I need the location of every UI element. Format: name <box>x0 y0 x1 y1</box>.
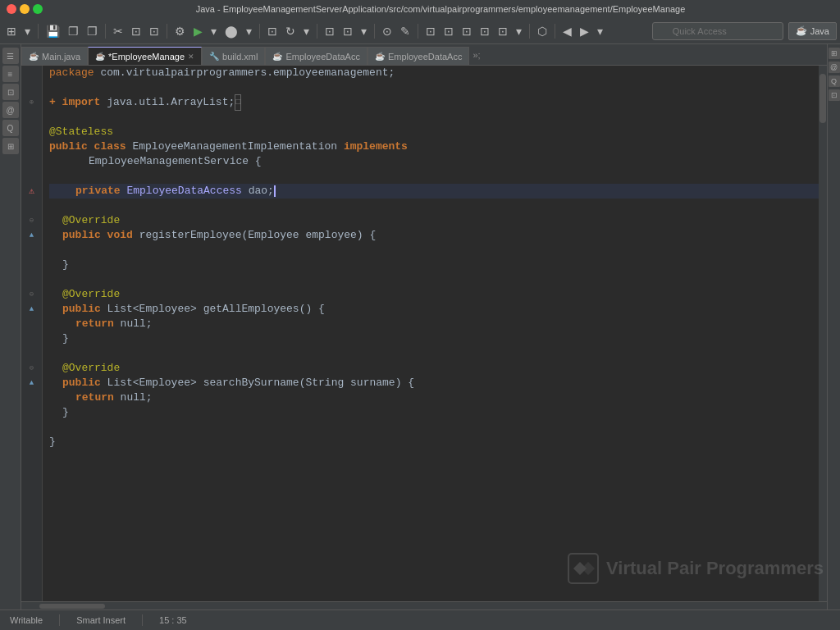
toolbar-btn-3[interactable]: ❐ <box>65 21 82 41</box>
gutter-row-22: ▲ <box>21 376 43 390</box>
tab-dataacc1[interactable]: ☕ EmployeeDataAcc <box>265 47 368 65</box>
toolbar-btn-27[interactable]: ▾ <box>594 21 606 41</box>
tab-employee-close[interactable]: ✕ <box>188 52 194 61</box>
tab-employee[interactable]: ☕ *EmployeeManage ✕ <box>88 47 202 65</box>
quick-access-input[interactable] <box>652 22 783 40</box>
perspective-label: Java <box>810 26 829 36</box>
toolbar-btn-24[interactable]: ⊡ <box>495 21 511 41</box>
fold-icon-1[interactable]: ⊖ <box>30 213 34 228</box>
vertical-scrollbar[interactable] <box>819 66 827 601</box>
toolbar-btn-10[interactable]: ⬤ <box>221 21 241 41</box>
toolbar-btn-15[interactable]: ⊡ <box>322 21 338 41</box>
toolbar-btn-8[interactable]: ⚙ <box>171 21 189 41</box>
fold-icon-import[interactable]: ⊕ <box>30 95 34 110</box>
toolbar-btn-5[interactable]: ✂ <box>110 21 126 41</box>
code-line-25 <box>49 420 819 435</box>
title-bar: Java - EmployeeManagementServerApplicati… <box>0 0 840 18</box>
h-scrollbar-thumb[interactable] <box>39 604 105 609</box>
window-controls[interactable] <box>7 4 43 14</box>
gutter-row-13 <box>21 243 43 258</box>
gutter-row-5 <box>21 125 43 139</box>
gutter-row-26 <box>21 435 43 450</box>
sidebar-icon-6[interactable]: ⊞ <box>2 138 19 154</box>
toolbar-btn-21[interactable]: ⊡ <box>441 21 457 41</box>
maximize-button[interactable] <box>33 4 43 14</box>
toolbar-btn-save[interactable]: 💾 <box>43 21 63 41</box>
toolbar-btn-back[interactable]: ◀ <box>559 21 575 41</box>
toolbar-btn-1[interactable]: ⊞ <box>3 21 20 41</box>
gutter-row-16: ⊖ <box>21 287 43 302</box>
status-sep-1 <box>59 614 60 626</box>
sidebar-icon-2[interactable]: ≡ <box>2 66 19 82</box>
code-line-23: return null; <box>49 390 819 405</box>
left-sidebar: ☰ ≡ ⊡ @ Q ⊞ <box>0 44 21 609</box>
tab-dataacc2[interactable]: ☕ EmployeeDataAcc <box>368 47 470 65</box>
sidebar-icon-1[interactable]: ☰ <box>2 48 19 64</box>
gutter-row-4 <box>21 110 43 125</box>
toolbar-btn-20[interactable]: ⊡ <box>422 21 439 41</box>
toolbar-btn-6[interactable]: ⊡ <box>128 21 144 41</box>
toolbar-btn-17[interactable]: ▾ <box>358 21 370 41</box>
toolbar-btn-26[interactable]: ⬡ <box>534 21 550 41</box>
code-line-7: EmployeeManagementService { <box>49 154 819 169</box>
toolbar-btn-25[interactable]: ▾ <box>513 21 525 41</box>
code-editor[interactable]: ⊕ ⚠ ⊖ <box>21 66 827 601</box>
gutter-row-3: ⊕ <box>21 95 43 110</box>
tab-main[interactable]: ☕ Main.java <box>21 47 88 65</box>
tab-dataacc2-icon: ☕ <box>375 52 385 61</box>
code-line-15 <box>49 272 819 287</box>
right-sidebar-icon-2[interactable]: @ <box>829 62 840 73</box>
gutter-row-24 <box>21 405 43 420</box>
toolbar-btn-12[interactable]: ⊡ <box>264 21 281 41</box>
toolbar-btn-11[interactable]: ▾ <box>243 21 255 41</box>
gutter-row-2 <box>21 80 43 95</box>
fold-icon-3[interactable]: ⊖ <box>30 361 34 376</box>
arrow-icon-1: ▲ <box>30 228 34 243</box>
gutter-row-12: ▲ <box>21 228 43 243</box>
gutter-row-18 <box>21 317 43 331</box>
code-line-6: public class EmployeeManagementImplement… <box>49 139 819 154</box>
code-line-11: @Override <box>49 213 819 228</box>
code-line-22: public List<Employee> searchBySurname(St… <box>49 376 819 390</box>
toolbar-btn-19[interactable]: ✎ <box>397 21 413 41</box>
tabs-overflow[interactable]: »; <box>469 50 483 60</box>
scrollbar-thumb[interactable] <box>819 74 826 123</box>
code-line-3: + import java.util.ArrayList;□ <box>49 95 819 110</box>
code-content[interactable]: package com.virtualpairprogrammers.emplo… <box>43 66 819 601</box>
gutter-row-1 <box>21 66 43 80</box>
toolbar-btn-run[interactable]: ▶ <box>190 21 206 41</box>
toolbar-btn-7[interactable]: ⊡ <box>146 21 162 41</box>
gutter-row-19 <box>21 331 43 346</box>
tab-dataacc1-icon: ☕ <box>272 52 282 61</box>
gutter-row-17: ▲ <box>21 302 43 317</box>
toolbar-btn-16[interactable]: ⊡ <box>340 21 356 41</box>
gutter-row-8 <box>21 169 43 184</box>
toolbar-btn-2[interactable]: ▾ <box>21 21 34 41</box>
toolbar-btn-4[interactable]: ❐ <box>84 21 101 41</box>
toolbar-sep-2 <box>105 24 106 39</box>
right-sidebar-icon-1[interactable]: ⊞ <box>829 48 840 59</box>
toolbar-btn-23[interactable]: ⊡ <box>477 21 493 41</box>
minimize-button[interactable] <box>20 4 30 14</box>
tab-build[interactable]: 🔧 build.xml <box>202 47 265 65</box>
code-line-4 <box>49 110 819 125</box>
toolbar-btn-13[interactable]: ↻ <box>282 21 299 41</box>
tabs-bar: ☕ Main.java ☕ *EmployeeManage ✕ 🔧 build.… <box>21 44 827 66</box>
toolbar-btn-9[interactable]: ▾ <box>208 21 220 41</box>
toolbar-btn-22[interactable]: ⊡ <box>459 21 475 41</box>
sidebar-icon-4[interactable]: @ <box>2 102 19 118</box>
sidebar-icon-3[interactable]: ⊡ <box>2 84 19 100</box>
close-button[interactable] <box>7 4 16 14</box>
toolbar-btn-fwd[interactable]: ▶ <box>577 21 592 41</box>
toolbar-btn-18[interactable]: ⊙ <box>379 21 395 41</box>
toolbar-sep-5 <box>317 24 317 39</box>
toolbar-btn-14[interactable]: ▾ <box>300 21 313 41</box>
fold-icon-2[interactable]: ⊖ <box>30 287 34 302</box>
tab-build-label: build.xml <box>222 52 258 62</box>
right-sidebar-icon-4[interactable]: ⊡ <box>829 89 840 101</box>
perspective-button[interactable]: ☕ Java <box>788 22 837 40</box>
sidebar-icon-5[interactable]: Q <box>2 120 19 136</box>
tab-main-label: Main.java <box>42 52 80 62</box>
right-sidebar-icon-3[interactable]: Q <box>829 75 840 87</box>
horizontal-scrollbar[interactable] <box>21 601 827 609</box>
